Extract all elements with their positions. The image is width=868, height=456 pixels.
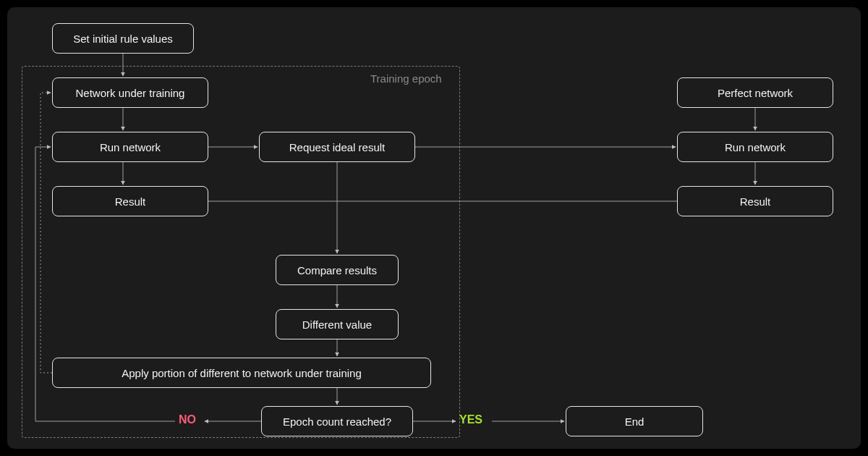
diagram-canvas: { "nodes": { "set_initial": "Set initial… — [7, 7, 861, 449]
connector-layer — [7, 7, 861, 449]
